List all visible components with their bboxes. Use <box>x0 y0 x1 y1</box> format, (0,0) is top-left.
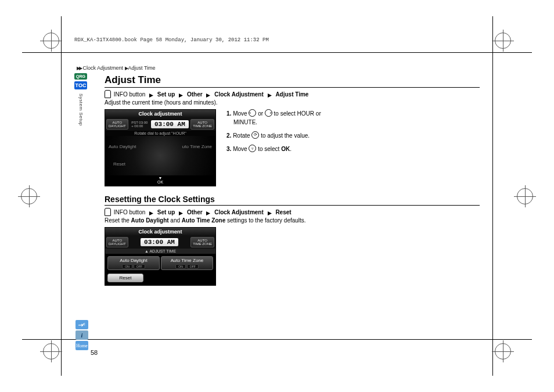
nav-path-adjust-time: INFO button Set up Other Clock Adjustmen… <box>105 90 480 98</box>
instruction-steps: 1. Move or to select HOUR or MINUTE. 2. … <box>226 109 321 158</box>
svg-marker-0 <box>149 93 153 98</box>
home-tab[interactable]: Home <box>75 341 88 350</box>
section-label: System Setup <box>78 93 84 126</box>
voice-tab[interactable]: ⇢ᶜ <box>75 320 88 329</box>
dial-right-icon <box>265 109 272 117</box>
dial-down-icon <box>249 145 256 152</box>
svg-marker-7 <box>268 211 272 215</box>
play-icon <box>149 210 154 216</box>
play-icon <box>206 210 211 216</box>
screenshot-clock-reset: Clock adjustment AUTO DAYLIGHT 03:00 AM … <box>105 227 216 286</box>
heading-adjust-time: Adjust Time <box>105 74 480 88</box>
heading-resetting-clock: Resetting the Clock Settings <box>105 195 480 206</box>
svg-marker-1 <box>179 93 183 98</box>
page-number: 58 <box>91 349 98 356</box>
breadcrumb-part1: Clock Adjustment <box>83 65 124 71</box>
svg-marker-2 <box>206 93 210 98</box>
svg-marker-5 <box>179 211 183 215</box>
breadcrumb-arrow-icon: ▶ <box>125 66 127 71</box>
breadcrumb-arrow-icon: ▶▶ <box>77 66 81 71</box>
dial-left-icon <box>249 109 256 117</box>
screenshot-clock-adjust-dial: Clock adjustment AUTO DAYLIGHT PST 03:00… <box>105 109 216 186</box>
print-header: RDX_KA-31TX4800.book Page 58 Monday, Jan… <box>74 34 480 48</box>
lead-text-2: Reset the Auto Daylight and Auto Time Zo… <box>105 217 480 224</box>
info-tab[interactable]: i <box>75 330 88 340</box>
play-icon <box>206 92 211 98</box>
play-icon <box>178 92 184 98</box>
play-icon <box>267 210 272 216</box>
nav-path-reset: INFO button Set up Other Clock Adjustmen… <box>105 208 480 216</box>
svg-marker-3 <box>268 93 272 98</box>
toc-tab[interactable]: TOC <box>74 81 87 89</box>
dial-rotate-icon <box>251 131 259 139</box>
play-icon <box>149 92 154 98</box>
lead-text-1: Adjust the current time (hours and minut… <box>105 99 480 106</box>
svg-marker-4 <box>149 211 153 215</box>
info-button-icon <box>105 90 111 98</box>
svg-marker-6 <box>206 211 210 215</box>
play-icon <box>267 92 272 98</box>
info-button-icon <box>105 208 111 216</box>
breadcrumb-part2: Adjust Time <box>128 65 156 71</box>
play-icon <box>178 210 184 216</box>
qrg-tab[interactable]: QRG <box>74 73 87 80</box>
breadcrumb: ▶▶ Clock Adjustment ▶ Adjust Time <box>74 48 480 72</box>
